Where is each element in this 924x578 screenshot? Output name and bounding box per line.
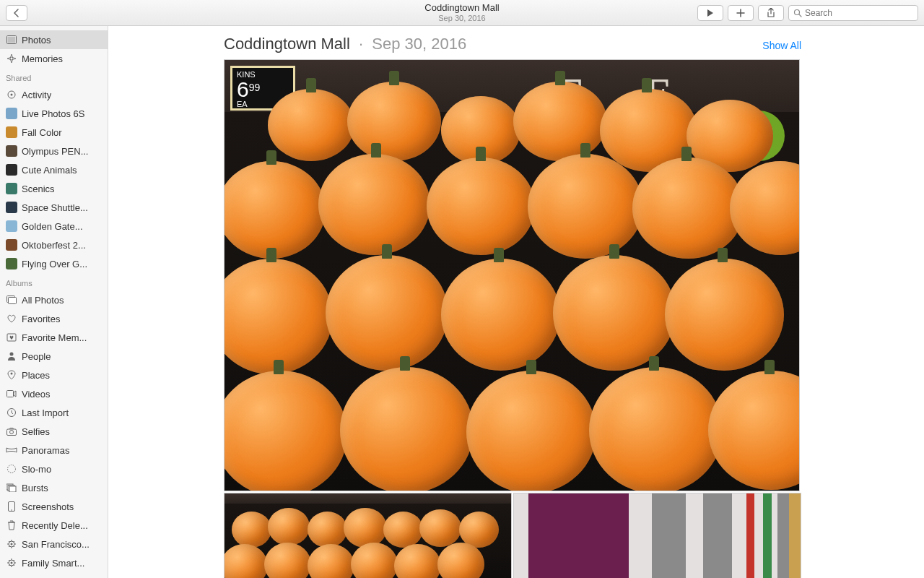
places-icon	[6, 369, 17, 381]
sidebar-item-family-smart[interactable]: Family Smart...	[0, 553, 108, 572]
sidebar-item-label: Slo-mo	[22, 464, 51, 475]
sidebar-item-label: Olympus PEN...	[22, 146, 88, 157]
sidebar-section-shared: Shared	[0, 68, 108, 85]
title-separator: ·	[359, 35, 363, 53]
sidebar-item-selfies[interactable]: Selfies	[0, 422, 108, 441]
album-thumb-icon	[6, 145, 17, 157]
svg-point-8	[10, 353, 14, 356]
svg-point-19	[11, 509, 12, 511]
moment-location[interactable]: Coddingtown Mall	[224, 35, 350, 53]
sidebar-item-olympus[interactable]: Olympus PEN...	[0, 142, 108, 160]
album-thumb-icon	[6, 108, 17, 119]
sidebar-item-fall-color[interactable]: Fall Color	[0, 123, 108, 142]
heart-icon	[6, 313, 17, 324]
sidebar-item-label: Oktoberfest 2...	[22, 240, 86, 251]
sidebar-item-label: Photos	[22, 35, 51, 46]
sidebar-item-label: Cute Animals	[22, 165, 77, 176]
sidebar-item-live-photos[interactable]: Live Photos 6S	[0, 104, 108, 123]
sidebar-item-label: Bursts	[22, 483, 48, 493]
sidebar-item-scenics[interactable]: Scenics	[0, 179, 108, 198]
sidebar-item-last-import[interactable]: Last Import	[0, 403, 108, 422]
bursts-icon	[6, 482, 17, 493]
sidebar-item-memories[interactable]: Memories	[0, 49, 108, 68]
sidebar-item-people[interactable]: People	[0, 347, 108, 366]
svg-rect-6	[9, 298, 17, 304]
add-button[interactable]	[728, 5, 754, 21]
sidebar-item-label: Flying Over G...	[22, 259, 87, 269]
sidebar-item-label: Fall Color	[22, 127, 62, 138]
sidebar-item-space-shuttle[interactable]: Space Shuttle...	[0, 198, 108, 217]
sidebar-item-flying-over[interactable]: Flying Over G...	[0, 254, 108, 273]
title-text: Coddingtown Mall	[424, 3, 499, 13]
sidebar-item-golden-gate[interactable]: Golden Gate...	[0, 217, 108, 236]
search-icon	[793, 9, 802, 17]
sidebar-item-places[interactable]: Places	[0, 366, 108, 384]
gear-icon	[6, 557, 17, 569]
sidebar-item-bursts[interactable]: Bursts	[0, 478, 108, 497]
photo-thumb-pumpkins[interactable]	[224, 493, 512, 578]
svg-rect-2	[8, 37, 15, 43]
svg-point-21	[11, 543, 13, 545]
window-title: Coddingtown Mall Sep 30, 2016	[424, 3, 499, 22]
sidebar-item-label: Places	[22, 370, 50, 381]
album-thumb-icon	[6, 239, 17, 251]
album-thumb-icon	[6, 202, 17, 213]
search-input[interactable]	[805, 8, 913, 18]
sidebar-item-panoramas[interactable]: Panoramas	[0, 441, 108, 460]
sidebar-item-label: Live Photos 6S	[22, 108, 84, 119]
sidebar-item-slo-mo[interactable]: Slo-mo	[0, 460, 108, 478]
sidebar-item-label: Last Import	[22, 407, 69, 418]
all-photos-icon	[6, 294, 17, 306]
title-subtitle: Sep 30, 2016	[424, 14, 499, 22]
sidebar-item-label: Videos	[22, 389, 51, 400]
svg-point-13	[10, 430, 14, 434]
album-thumb-icon	[6, 183, 17, 194]
chevron-left-icon	[13, 9, 20, 17]
sidebar-item-label: Screenshots	[22, 501, 74, 512]
sidebar-item-activity[interactable]: Activity	[0, 85, 108, 104]
memories-icon	[6, 53, 17, 64]
videos-icon	[6, 388, 17, 400]
sidebar-item-label: Activity	[22, 90, 51, 100]
svg-point-23	[11, 562, 13, 564]
moment-header: Coddingtown Mall · Sep 30, 2016 Show All	[224, 35, 801, 53]
sidebar-item-label: San Francisco...	[22, 539, 90, 550]
sidebar-item-label: Golden Gate...	[22, 221, 83, 232]
album-thumb-icon	[6, 126, 17, 138]
back-button[interactable]	[6, 5, 27, 21]
svg-point-0	[795, 9, 800, 14]
svg-point-4	[11, 94, 13, 96]
show-all-link[interactable]: Show All	[762, 40, 801, 51]
activity-icon	[6, 89, 17, 100]
sidebar-item-label: Memories	[22, 53, 63, 64]
sidebar: Photos Memories Shared Activity Live Pho…	[0, 26, 108, 578]
photo-thumb-stripes[interactable]	[513, 493, 801, 578]
share-icon	[767, 8, 775, 18]
sidebar-item-photos[interactable]: Photos	[0, 30, 108, 49]
sidebar-item-san-francisco[interactable]: San Francisco...	[0, 535, 108, 553]
moment-date: Sep 30, 2016	[372, 35, 466, 53]
sidebar-item-favorites[interactable]: Favorites	[0, 309, 108, 328]
sidebar-item-oktoberfest[interactable]: Oktoberfest 2...	[0, 236, 108, 254]
search-field-wrap[interactable]	[788, 5, 918, 21]
toolbar: Coddingtown Mall Sep 30, 2016	[0, 0, 924, 26]
screenshots-icon	[6, 501, 17, 512]
sidebar-item-videos[interactable]: Videos	[0, 384, 108, 403]
sidebar-item-label: Scenics	[22, 184, 55, 194]
svg-rect-10	[7, 391, 14, 397]
sidebar-item-favorite-memories[interactable]: Favorite Mem...	[0, 328, 108, 347]
clock-icon	[6, 407, 17, 418]
sidebar-item-all-photos[interactable]: All Photos	[0, 290, 108, 309]
photo-large-pumpkins[interactable]: KINS699EA F E WHOLE FOODS	[224, 59, 800, 491]
svg-rect-17	[9, 486, 16, 492]
people-icon	[6, 350, 17, 362]
play-slideshow-button[interactable]	[697, 5, 723, 21]
svg-point-14	[8, 465, 16, 473]
share-button[interactable]	[758, 5, 784, 21]
sidebar-item-recently-deleted[interactable]: Recently Dele...	[0, 516, 108, 535]
sidebar-item-screenshots[interactable]: Screenshots	[0, 497, 108, 516]
sidebar-item-cute-animals[interactable]: Cute Animals	[0, 160, 108, 179]
fav-mem-icon	[6, 332, 17, 343]
panorama-icon	[6, 444, 17, 456]
sidebar-item-label: All Photos	[22, 295, 64, 306]
